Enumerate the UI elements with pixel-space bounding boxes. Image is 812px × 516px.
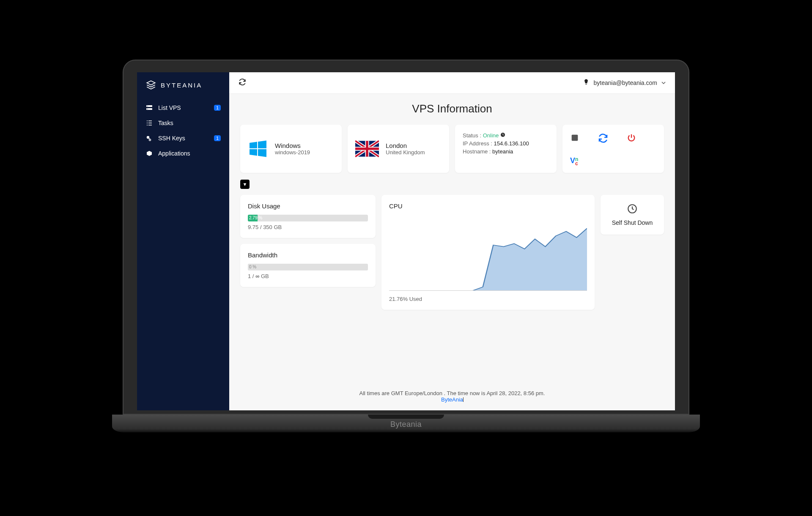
vnc-button[interactable]: Vnc [570, 156, 582, 165]
uk-flag-icon [355, 140, 379, 157]
apps-icon [145, 150, 153, 157]
svg-text:c: c [575, 161, 578, 165]
info-cards-row: Windows windows-2019 [240, 125, 664, 173]
footer-brand-link[interactable]: ByteAnia [441, 396, 463, 403]
disk-progress-bar: 2.79 % [248, 215, 368, 221]
clock-icon [500, 132, 505, 139]
ip-value: 154.6.136.100 [494, 140, 529, 147]
disk-used-total: 9.75 / 350 GB [248, 224, 368, 230]
sidebar: BYTEANIA List VPS 1 Tasks [137, 72, 229, 410]
infinity-icon: ∞ [255, 273, 259, 279]
sidebar-item-tasks[interactable]: Tasks [137, 115, 229, 131]
sidebar-item-list-vps[interactable]: List VPS 1 [137, 100, 229, 115]
disk-progress-fill: 2.79 % [248, 215, 258, 221]
footer: All times are GMT Europe/London . The ti… [229, 384, 675, 410]
power-button[interactable] [627, 133, 636, 142]
self-shutdown-button[interactable]: Self Shut Down [601, 195, 664, 235]
brand-logo-icon [145, 80, 156, 91]
lightbulb-icon [583, 79, 590, 87]
sidebar-item-label: List VPS [158, 104, 181, 111]
sidebar-item-label: SSH Keys [158, 135, 185, 142]
cpu-title: CPU [389, 202, 587, 210]
shutdown-label: Self Shut Down [605, 219, 660, 226]
svg-rect-13 [572, 134, 578, 141]
status-label: Status : [463, 132, 481, 139]
bandwidth-progress-bar: 0 % [248, 264, 368, 270]
location-card: London United Kingdom [348, 125, 449, 173]
stats-row: Disk Usage 2.79 % 9.75 / 350 GB Bandwidt… [240, 195, 664, 310]
laptop-brand-label: Byteania [390, 420, 422, 429]
disk-usage-card: Disk Usage 2.79 % 9.75 / 350 GB [240, 195, 376, 238]
user-menu[interactable]: byteania@byteania.com [583, 79, 666, 87]
svg-rect-11 [355, 147, 379, 150]
sidebar-item-applications[interactable]: Applications [137, 146, 229, 161]
sidebar-item-ssh-keys[interactable]: SSH Keys 1 [137, 131, 229, 146]
stats-left-column: Disk Usage 2.79 % 9.75 / 350 GB Bandwidt… [240, 195, 376, 293]
svg-point-3 [147, 109, 148, 109]
actions-card: Vnc [562, 125, 664, 173]
restart-button[interactable] [598, 133, 608, 143]
expand-toggle[interactable]: ▼ [240, 180, 250, 189]
os-card: Windows windows-2019 [240, 125, 342, 173]
hostname-value: byteania [492, 148, 513, 155]
status-value: Online [483, 132, 499, 139]
hostname-label: Hostname : [463, 148, 491, 155]
key-icon [145, 135, 153, 142]
disk-title: Disk Usage [248, 202, 368, 210]
bandwidth-title: Bandwidth [248, 251, 368, 259]
chevron-down-icon [661, 79, 666, 86]
app-screen: BYTEANIA List VPS 1 Tasks [137, 72, 675, 410]
svg-rect-6 [585, 84, 587, 85]
location-country: United Kingdom [386, 149, 425, 156]
svg-text:V: V [570, 156, 575, 165]
laptop-frame: BYTEANIA List VPS 1 Tasks [112, 60, 700, 457]
ip-label: IP Address : [463, 140, 492, 147]
main-content: byteania@byteania.com VPS Information [229, 72, 675, 410]
bandwidth-used-total: 1 / ∞ GB [248, 273, 368, 279]
sidebar-badge: 1 [214, 105, 221, 111]
user-email: byteania@byteania.com [594, 79, 657, 86]
status-card: Status : Online IP Address : 154.6.136.1… [455, 125, 557, 173]
page-title: VPS Information [240, 102, 664, 115]
brand-name: BYTEANIA [161, 82, 202, 89]
cpu-used-label: 21.76% Used [389, 296, 587, 302]
bandwidth-card: Bandwidth 0 % 1 / ∞ GB [240, 244, 376, 287]
sidebar-item-label: Tasks [158, 120, 173, 126]
laptop-base: Byteania [112, 415, 700, 432]
server-icon [145, 104, 153, 111]
os-version: windows-2019 [275, 149, 310, 156]
brand-logo[interactable]: BYTEANIA [137, 80, 229, 100]
footer-time-text: All times are GMT Europe/London . The ti… [229, 390, 675, 396]
windows-icon [248, 139, 268, 159]
topbar: byteania@byteania.com [229, 72, 675, 94]
refresh-button[interactable] [239, 78, 246, 87]
sidebar-badge: 1 [214, 135, 221, 141]
os-name: Windows [275, 142, 310, 149]
tasks-icon [145, 120, 153, 126]
cpu-chart [389, 215, 587, 291]
location-city: London [386, 142, 425, 149]
svg-point-2 [147, 106, 148, 106]
stop-button[interactable] [570, 133, 579, 142]
clock-icon [627, 208, 638, 216]
svg-rect-0 [146, 105, 152, 107]
laptop-bezel: BYTEANIA List VPS 1 Tasks [123, 60, 689, 415]
content-area: VPS Information Windows [229, 94, 675, 384]
svg-rect-1 [146, 108, 152, 110]
cpu-card: CPU 21.76% Used [381, 195, 595, 310]
sidebar-item-label: Applications [158, 150, 190, 157]
bandwidth-progress-fill: 0 % [248, 264, 249, 270]
